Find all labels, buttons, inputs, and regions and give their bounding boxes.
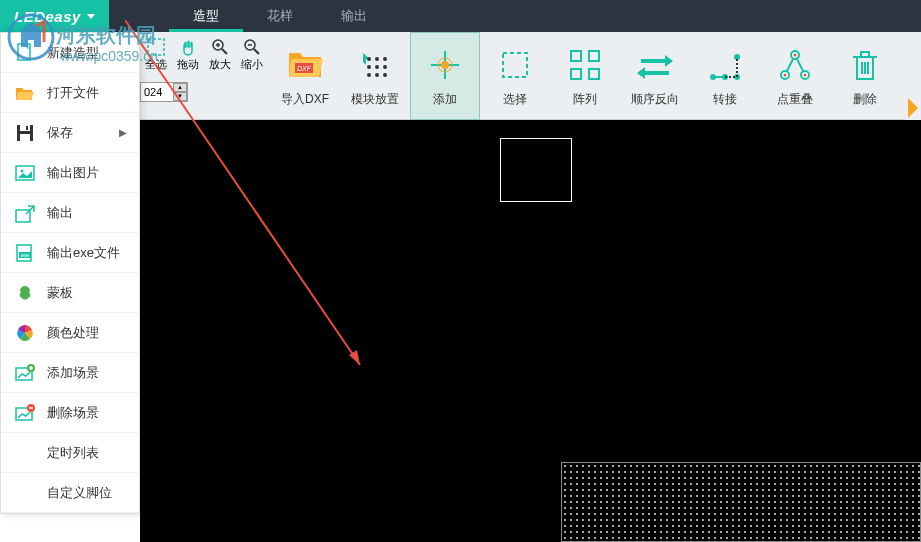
svg-point-17 xyxy=(375,73,379,77)
import-dxf-button[interactable]: DXF 导入DXF xyxy=(270,32,340,120)
tab-pattern[interactable]: 花样 xyxy=(243,0,317,32)
reverse-order-button[interactable]: 顺序反向 xyxy=(620,32,690,120)
svg-rect-26 xyxy=(571,69,581,79)
marquee-icon xyxy=(495,45,535,85)
svg-point-18 xyxy=(383,73,387,77)
file-menu: 新建造型 打开文件 保存 ▶ 输出图片 输出 exe 输出exe文件 蒙板 颜色… xyxy=(0,32,140,514)
svg-point-12 xyxy=(383,57,387,61)
transfer-icon xyxy=(705,45,745,85)
svg-line-6 xyxy=(254,49,259,54)
menu-save[interactable]: 保存 ▶ xyxy=(1,113,139,153)
tabs-container: 造型 花样 输出 xyxy=(169,0,391,32)
svg-point-13 xyxy=(367,65,371,69)
svg-line-2 xyxy=(222,49,227,54)
watermark-url: www.pc0359.cn xyxy=(60,48,158,64)
svg-point-16 xyxy=(367,73,371,77)
delete-button[interactable]: 删除 xyxy=(830,32,900,120)
point-overlap-icon xyxy=(775,45,815,85)
drag-button[interactable]: 拖动 xyxy=(172,32,204,76)
arrows-reverse-icon xyxy=(635,45,675,85)
tool-group: DXF 导入DXF 模块放置 添加 选择 阵列 xyxy=(270,32,900,120)
point-overlap-button[interactable]: 点重叠 xyxy=(760,32,830,120)
tab-output[interactable]: 输出 xyxy=(317,0,391,32)
module-place-button[interactable]: 模块放置 xyxy=(340,32,410,120)
mask-icon xyxy=(13,281,37,305)
exe-icon: exe xyxy=(13,241,37,265)
watermark-logo xyxy=(6,12,56,62)
menu-custom-pins[interactable]: 自定义脚位 xyxy=(1,473,139,513)
svg-rect-25 xyxy=(589,51,599,61)
folder-open-icon xyxy=(13,81,37,105)
zoom-in-button[interactable]: 放大 xyxy=(204,32,236,76)
zoom-out-icon xyxy=(242,37,262,57)
number-row: 024 ▲ ▼ xyxy=(140,82,188,102)
menu-delete-scene[interactable]: 删除场景 xyxy=(1,393,139,433)
export-icon xyxy=(13,201,37,225)
array-icon xyxy=(565,45,605,85)
watermark-text: 河东软件园 xyxy=(56,22,156,49)
svg-rect-24 xyxy=(571,51,581,61)
svg-point-55 xyxy=(21,169,24,172)
array-button[interactable]: 阵列 xyxy=(550,32,620,120)
hand-icon xyxy=(178,37,198,57)
select-button[interactable]: 选择 xyxy=(480,32,550,120)
svg-rect-52 xyxy=(20,134,30,141)
color-wheel-icon xyxy=(13,321,37,345)
sub-toolbar: 全选 拖动 放大 缩小 xyxy=(140,32,268,76)
spinner-down[interactable]: ▼ xyxy=(173,92,187,101)
svg-point-14 xyxy=(375,65,379,69)
svg-point-41 xyxy=(794,53,797,56)
transfer-button[interactable]: 转接 xyxy=(690,32,760,120)
trash-icon xyxy=(845,45,885,85)
zoom-in-icon xyxy=(210,37,230,57)
menu-export-exe[interactable]: exe 输出exe文件 xyxy=(1,233,139,273)
number-spinner[interactable]: 024 ▲ ▼ xyxy=(140,82,188,102)
grid-dots-icon xyxy=(355,45,395,85)
menu-open-file[interactable]: 打开文件 xyxy=(1,73,139,113)
svg-point-21 xyxy=(441,61,449,69)
menu-export-image[interactable]: 输出图片 xyxy=(1,153,139,193)
svg-rect-51 xyxy=(20,125,30,131)
menu-color-process[interactable]: 颜色处理 xyxy=(1,313,139,353)
delete-scene-icon xyxy=(13,401,37,425)
svg-rect-53 xyxy=(26,126,28,130)
svg-rect-23 xyxy=(503,53,527,77)
selection-rect xyxy=(500,138,572,202)
folder-dxf-icon: DXF xyxy=(285,45,325,85)
add-button[interactable]: 添加 xyxy=(410,32,480,120)
dot-matrix-area xyxy=(561,462,921,542)
svg-rect-27 xyxy=(589,69,599,79)
add-scene-icon xyxy=(13,361,37,385)
menu-add-scene[interactable]: 添加场景 xyxy=(1,353,139,393)
svg-text:exe: exe xyxy=(21,252,29,258)
menu-mask[interactable]: 蒙板 xyxy=(1,273,139,313)
menu-export[interactable]: 输出 xyxy=(1,193,139,233)
save-icon xyxy=(13,121,37,145)
submenu-arrow-icon: ▶ xyxy=(119,127,127,138)
svg-point-10 xyxy=(367,57,371,61)
svg-point-40 xyxy=(784,73,787,76)
tab-shape[interactable]: 造型 xyxy=(169,0,243,32)
svg-point-42 xyxy=(804,73,807,76)
canvas[interactable] xyxy=(140,120,921,542)
svg-rect-45 xyxy=(861,52,869,57)
svg-point-15 xyxy=(383,65,387,69)
zoom-out-button[interactable]: 缩小 xyxy=(236,32,268,76)
svg-text:DXF: DXF xyxy=(297,65,312,72)
add-point-icon xyxy=(425,45,465,85)
spinner-up[interactable]: ▲ xyxy=(173,83,187,92)
svg-point-11 xyxy=(375,57,379,61)
image-icon xyxy=(13,161,37,185)
menu-timer-list[interactable]: 定时列表 xyxy=(1,433,139,473)
